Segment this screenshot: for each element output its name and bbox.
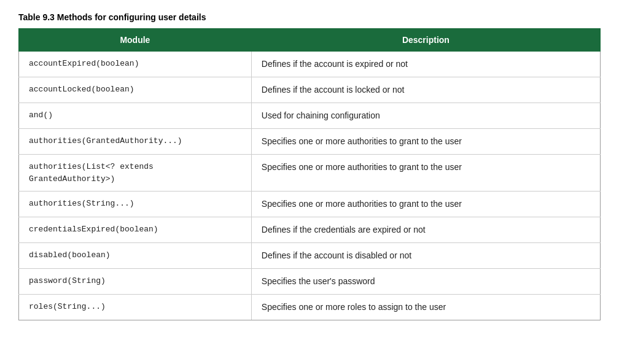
table-row: authorities(GrantedAuthority...)Specifie… [19,129,601,155]
table-row: accountLocked(boolean)Defines if the acc… [19,77,601,103]
module-cell: credentialsExpired(boolean) [19,217,252,243]
table-row: authorities(List<? extends GrantedAuthor… [19,155,601,192]
module-cell: and() [19,103,252,129]
description-cell: Used for chaining configuration [251,103,600,129]
table-row: and()Used for chaining configuration [19,103,601,129]
table-title: Table 9.3 Methods for configuring user d… [18,12,601,22]
table-row: roles(String...)Specifies one or more ro… [19,295,601,320]
description-cell: Defines if the credentials are expired o… [251,217,600,243]
table-row: password(String)Specifies the user's pas… [19,269,601,295]
description-cell: Defines if the account is expired or not [251,52,600,77]
module-cell: accountExpired(boolean) [19,52,252,77]
description-cell: Defines if the account is locked or not [251,77,600,103]
col-module-header: Module [19,29,252,52]
title-text: Table 9.3 Methods for configuring user d… [18,12,206,22]
table-row: authorities(String...)Specifies one or m… [19,192,601,217]
module-cell: authorities(GrantedAuthority...) [19,129,252,155]
module-cell: authorities(List<? extends GrantedAuthor… [19,155,252,192]
description-cell: Specifies one or more authorities to gra… [251,155,600,192]
table-row: credentialsExpired(boolean)Defines if th… [19,217,601,243]
description-cell: Specifies one or more authorities to gra… [251,129,600,155]
table-row: disabled(boolean)Defines if the account … [19,243,601,269]
methods-table: Module Description accountExpired(boolea… [18,28,601,320]
description-cell: Defines if the account is disabled or no… [251,243,600,269]
module-cell: roles(String...) [19,295,252,320]
col-description-header: Description [251,29,600,52]
description-cell: Specifies one or more authorities to gra… [251,192,600,217]
table-header-row: Module Description [19,29,601,52]
module-cell: password(String) [19,269,252,295]
table-row: accountExpired(boolean)Defines if the ac… [19,52,601,77]
module-cell: disabled(boolean) [19,243,252,269]
description-cell: Specifies one or more roles to assign to… [251,295,600,320]
module-cell: authorities(String...) [19,192,252,217]
description-cell: Specifies the user's password [251,269,600,295]
module-cell: accountLocked(boolean) [19,77,252,103]
